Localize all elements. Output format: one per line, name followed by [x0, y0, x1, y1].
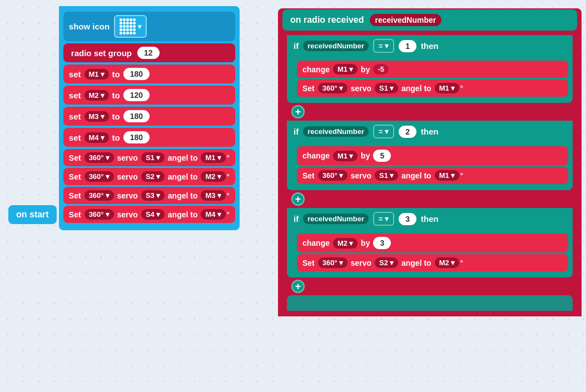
servo-num-s1[interactable]: S1▾	[141, 152, 165, 163]
servo-s2-row: Set 360°▾ servo S2▾ angel to M2▾ °	[63, 168, 235, 185]
change3-val[interactable]: 3	[373, 237, 391, 249]
servo-num-s2[interactable]: S2▾	[141, 171, 165, 182]
if3-servo-motor[interactable]: M2▾	[435, 257, 459, 268]
m3-value[interactable]: 180	[123, 110, 150, 122]
if3-servo-360[interactable]: 360°▾	[318, 257, 347, 268]
dropdown-arrow-icon: ▾	[138, 23, 141, 31]
servo-num-s4[interactable]: S4▾	[141, 209, 165, 220]
if-2-header: if receivedNumber = ▾ 2 then	[287, 121, 573, 142]
change1-var[interactable]: M1▾	[333, 64, 357, 75]
if-block-1: if receivedNumber = ▾ 1 then change M1▾ …	[287, 35, 573, 103]
on-start-body: show icon ▾ radio set group 12 set M1▾ t…	[59, 6, 240, 230]
set-m1-row: set M1▾ to 180	[63, 64, 235, 83]
if1-servo-360[interactable]: 360°▾	[318, 83, 347, 93]
m2-value[interactable]: 120	[123, 89, 150, 101]
if-1-body: change M1▾ by -5 Set 360°▾ servo S1▾ ang…	[287, 57, 573, 103]
if-3-body: change M2▾ by 3 Set 360°▾ servo S2▾ ange…	[287, 230, 573, 277]
on-start-container: on start show icon ▾ radio set group 12	[8, 8, 240, 230]
if-2-body: change M1▾ by 5 Set 360°▾ servo S1▾ ange…	[287, 142, 573, 190]
servo-num-s3[interactable]: S3▾	[141, 190, 165, 201]
m1-value[interactable]: 180	[123, 68, 150, 80]
on-radio-container: on radio received receivedNumber if rece…	[278, 8, 582, 316]
if3-val[interactable]: 3	[399, 213, 416, 225]
show-icon-block: show icon ▾	[63, 12, 235, 41]
m3-var-dropdown[interactable]: M3▾	[85, 111, 109, 122]
if3-condition-pill[interactable]: receivedNumber	[303, 214, 369, 224]
change2-val[interactable]: 5	[373, 150, 391, 162]
change3-var[interactable]: M2▾	[333, 238, 357, 249]
servo-360-s1[interactable]: 360°▾	[85, 152, 114, 163]
servo-s3-row: Set 360°▾ servo S3▾ angel to M3▾ °	[63, 187, 235, 204]
servo-motor-s2[interactable]: M2▾	[201, 171, 225, 182]
change1-val[interactable]: -5	[373, 64, 389, 75]
if1-servo-row: Set 360°▾ servo S1▾ angel to M1▾ °	[297, 80, 568, 97]
m2-var-dropdown[interactable]: M2▾	[85, 90, 109, 101]
on-start-label: on start	[16, 210, 49, 219]
if2-servo-row: Set 360°▾ servo S1▾ angel to M1▾ °	[297, 167, 568, 184]
servo-360-s3[interactable]: 360°▾	[85, 190, 114, 201]
radio-group-block: radio set group 12	[63, 43, 235, 62]
on-radio-body: if receivedNumber = ▾ 1 then change M1▾ …	[282, 31, 577, 316]
servo-s4-row: Set 360°▾ servo S4▾ angel to M4▾ °	[63, 206, 235, 223]
m1-var-dropdown[interactable]: M1▾	[85, 69, 109, 80]
plus-btn-1[interactable]: +	[291, 105, 305, 118]
if3-servo-row: Set 360°▾ servo S2▾ angel to M2▾ °	[297, 254, 568, 271]
set-m3-row: set M3▾ to 180	[63, 107, 235, 126]
set-m2-row: set M2▾ to 120	[63, 86, 235, 105]
if2-servo-360[interactable]: 360°▾	[318, 170, 347, 181]
servo-motor-s4[interactable]: M4▾	[201, 209, 225, 220]
change-m1-minus5: change M1▾ by -5	[297, 61, 568, 78]
on-radio-header: on radio received receivedNumber	[282, 9, 577, 31]
servo-s1-row: Set 360°▾ servo S1▾ angel to M1▾ °	[63, 149, 235, 166]
show-icon-label: show icon	[69, 22, 110, 31]
on-radio-outer: on radio received receivedNumber if rece…	[278, 8, 582, 316]
on-radio-label: on radio received	[290, 15, 364, 25]
if-block-4-partial	[287, 295, 573, 311]
icon-grid-button[interactable]: ▾	[114, 15, 147, 38]
received-number-pill[interactable]: receivedNumber	[370, 14, 442, 26]
if2-val[interactable]: 2	[399, 126, 416, 138]
dot-grid-icon	[120, 18, 136, 34]
on-start-header: on start	[8, 205, 57, 224]
if1-servo-motor[interactable]: M1▾	[435, 83, 459, 93]
radio-group-value[interactable]: 12	[137, 47, 160, 59]
servo-360-s2[interactable]: 360°▾	[85, 171, 114, 182]
change-m2-plus3: change M2▾ by 3	[297, 234, 568, 252]
change2-var[interactable]: M1▾	[333, 151, 357, 161]
if1-val[interactable]: 1	[399, 40, 416, 52]
plus-btn-2[interactable]: +	[291, 192, 305, 206]
if-3-header: if receivedNumber = ▾ 3 then	[287, 208, 573, 230]
if-1-header: if receivedNumber = ▾ 1 then	[287, 35, 573, 57]
if2-servo-num[interactable]: S1▾	[375, 170, 398, 181]
servo-360-s4[interactable]: 360°▾	[85, 209, 114, 220]
if1-eq-btn[interactable]: = ▾	[373, 39, 394, 53]
if-block-3: if receivedNumber = ▾ 3 then change M2▾ …	[287, 208, 573, 277]
m4-value[interactable]: 180	[123, 131, 150, 143]
if3-servo-num[interactable]: S2▾	[375, 257, 398, 268]
m4-var-dropdown[interactable]: M4▾	[85, 132, 109, 143]
change-m1-plus5: change M1▾ by 5	[297, 146, 568, 165]
if2-eq-btn[interactable]: = ▾	[373, 125, 394, 138]
if2-servo-motor[interactable]: M1▾	[435, 170, 459, 181]
if1-servo-num[interactable]: S1▾	[375, 83, 398, 93]
set-m4-row: set M4▾ to 180	[63, 128, 235, 147]
if3-eq-btn[interactable]: = ▾	[373, 212, 394, 226]
servo-motor-s3[interactable]: M3▾	[201, 190, 225, 201]
if-block-2: if receivedNumber = ▾ 2 then change M1▾ …	[287, 121, 573, 190]
servo-motor-s1[interactable]: M1▾	[201, 152, 225, 163]
plus-btn-3[interactable]: +	[291, 280, 305, 293]
if1-condition-pill[interactable]: receivedNumber	[303, 41, 369, 51]
radio-group-label: radio set group	[71, 48, 132, 58]
if2-condition-pill[interactable]: receivedNumber	[303, 126, 369, 137]
